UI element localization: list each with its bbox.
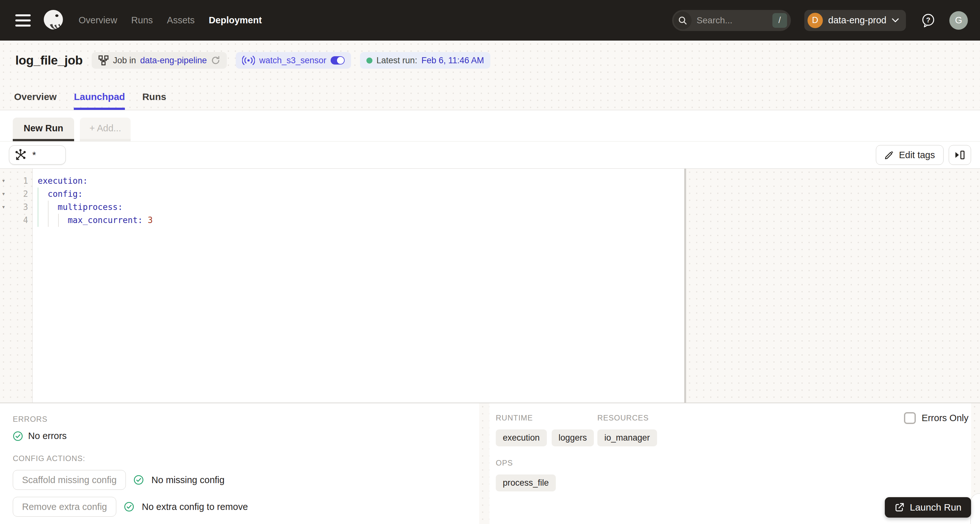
runtime-chip-loggers[interactable]: loggers — [552, 429, 594, 446]
resources-chip-io-manager[interactable]: io_manager — [597, 429, 657, 446]
gutter-line: ▾1 — [0, 174, 32, 188]
page-header: log_file_job Job in data-eng-pipeline wa… — [0, 41, 980, 110]
help-icon[interactable]: ? — [921, 13, 936, 28]
reload-icon[interactable] — [211, 56, 220, 65]
sensor-badge: watch_s3_sensor — [236, 52, 351, 69]
config-editor[interactable]: ▾1 ▾2 ▾3 4 execution: config: multiproce… — [0, 169, 684, 403]
code-line[interactable]: config: — [38, 188, 684, 201]
collapsed-right-strip — [971, 403, 980, 524]
search-icon — [674, 11, 692, 29]
page-title: log_file_job — [15, 53, 83, 67]
latest-run-link[interactable]: Feb 6, 11:46 AM — [421, 56, 484, 65]
check-circle-icon — [124, 502, 134, 512]
remove-extra-config-button[interactable]: Remove extra config — [13, 497, 116, 517]
chevron-down-icon — [892, 18, 899, 23]
scaffold-missing-config-button[interactable]: Scaffold missing config — [13, 470, 126, 490]
editor-code-area[interactable]: execution: config: multiprocess: max_con… — [33, 169, 684, 403]
pencil-icon — [885, 150, 894, 160]
no-extra-config-text: No extra config to remove — [142, 502, 248, 512]
launch-run-button[interactable]: Launch Run — [885, 497, 971, 518]
indent-guide — [38, 188, 38, 227]
gutter-line: 4 — [0, 214, 32, 227]
launch-icon — [894, 502, 905, 513]
latest-run-badge: Latest run: Feb 6, 11:46 AM — [360, 52, 491, 69]
search-shortcut-key: / — [772, 13, 787, 28]
add-session-tab-button[interactable]: + Add... — [80, 118, 130, 141]
expand-panel-button[interactable] — [949, 145, 971, 165]
hamburger-menu-icon[interactable] — [15, 14, 31, 27]
sensor-link[interactable]: watch_s3_sensor — [259, 56, 326, 65]
edit-tags-label: Edit tags — [899, 150, 935, 160]
edit-tags-button[interactable]: Edit tags — [876, 145, 943, 165]
user-avatar[interactable]: G — [949, 11, 968, 30]
launchpad-toolbar: * Edit tags — [0, 142, 980, 169]
ops-section-label: OPS — [496, 459, 597, 467]
runtime-section-label: RUNTIME — [496, 413, 597, 422]
no-errors-status: No errors — [13, 431, 479, 441]
fold-arrow-icon[interactable]: ▾ — [2, 187, 5, 200]
workflow-icon — [98, 55, 109, 66]
deployment-avatar: D — [808, 13, 823, 28]
errors-section-label: ERRORS — [13, 415, 479, 424]
nav-item-runs[interactable]: Runs — [131, 15, 153, 25]
errors-only-checkbox[interactable] — [904, 412, 916, 424]
top-nav: Overview Runs Assets Deployment / D data… — [0, 0, 980, 41]
nav-item-overview[interactable]: Overview — [79, 15, 117, 25]
expand-panel-icon — [955, 150, 965, 160]
code-line[interactable]: max_concurrent: 3 — [38, 214, 684, 227]
errors-panel: ERRORS No errors CONFIG ACTIONS: Scaffol… — [0, 403, 479, 524]
no-errors-text: No errors — [28, 431, 67, 441]
deployment-switcher[interactable]: D data-eng-prod — [804, 10, 906, 31]
errors-only-label: Errors Only — [921, 413, 969, 424]
primary-nav: Overview Runs Assets Deployment — [79, 15, 262, 25]
launchpad-bottom-panel: ERRORS No errors CONFIG ACTIONS: Scaffol… — [0, 403, 980, 524]
check-circle-icon — [13, 431, 23, 441]
job-badge-prefix: Job in — [113, 56, 136, 65]
dagster-logo-icon[interactable] — [41, 9, 65, 32]
editor-right-pane — [686, 169, 980, 403]
op-selector-value: * — [32, 150, 36, 160]
job-tabs: Overview Launchpad Runs — [14, 91, 166, 110]
fold-arrow-icon[interactable]: ▾ — [2, 174, 5, 187]
corner-card — [970, 493, 980, 524]
search-input[interactable] — [697, 15, 757, 25]
indent-guide — [48, 201, 49, 227]
svg-text:?: ? — [926, 16, 930, 24]
errors-only-control: Errors Only — [904, 412, 969, 424]
nav-item-deployment[interactable]: Deployment — [209, 15, 262, 25]
op-graph-icon — [14, 148, 27, 161]
config-actions-label: CONFIG ACTIONS: — [13, 454, 479, 463]
job-location-badge: Job in data-eng-pipeline — [92, 52, 227, 69]
code-line[interactable]: execution: — [38, 174, 684, 188]
no-missing-config-text: No missing config — [151, 475, 224, 485]
gutter-line: ▾3 — [0, 201, 32, 214]
tab-runs[interactable]: Runs — [142, 91, 166, 110]
fold-arrow-icon[interactable]: ▾ — [2, 200, 5, 213]
check-circle-icon — [134, 475, 144, 485]
sensor-toggle[interactable] — [331, 56, 345, 65]
indent-guide — [58, 214, 59, 227]
global-search[interactable]: / — [672, 10, 791, 31]
ops-chip-process-file[interactable]: process_file — [496, 475, 556, 491]
sensor-icon — [242, 56, 255, 65]
launchpad-session-tabs: New Run + Add... — [0, 110, 980, 142]
launchpad-main-split: ▾1 ▾2 ▾3 4 execution: config: multiproce… — [0, 169, 980, 403]
resources-section-label: RESOURCES — [597, 413, 657, 422]
code-line[interactable]: multiprocess: — [38, 201, 684, 214]
tab-launchpad[interactable]: Launchpad — [74, 91, 125, 110]
run-status-dot — [366, 57, 372, 64]
repo-link[interactable]: data-eng-pipeline — [140, 56, 207, 65]
latest-run-label: Latest run: — [377, 56, 417, 65]
tab-overview[interactable]: Overview — [14, 91, 57, 110]
gutter-line: ▾2 — [0, 188, 32, 201]
launch-run-label: Launch Run — [910, 502, 961, 513]
deployment-name: data-eng-prod — [828, 15, 886, 25]
bottom-panel-gutter — [479, 403, 489, 524]
runtime-chip-execution[interactable]: execution — [496, 429, 547, 446]
editor-gutter: ▾1 ▾2 ▾3 4 — [0, 169, 33, 403]
op-selector-input[interactable]: * — [9, 145, 66, 164]
nav-item-assets[interactable]: Assets — [167, 15, 195, 25]
session-tab-new-run[interactable]: New Run — [13, 118, 74, 141]
